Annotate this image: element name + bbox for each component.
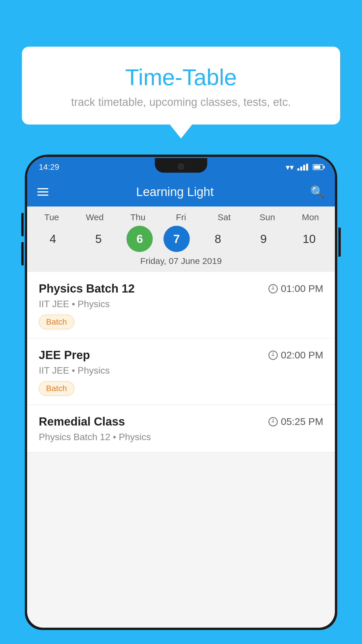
day-5[interactable]: 5 (81, 226, 116, 252)
phone-notch (155, 158, 207, 173)
schedule-item-2-header: JEE Prep 02:00 PM (39, 349, 323, 362)
clock-icon-3 (268, 417, 278, 426)
schedule-item-3[interactable]: Remedial Class 05:25 PM Physics Batch 12… (27, 405, 335, 452)
schedule-item-2-batch-tag[interactable]: Batch (39, 381, 74, 396)
schedule-item-3-header: Remedial Class 05:25 PM (39, 415, 323, 428)
day-name-tue: Tue (34, 212, 69, 222)
schedule-item-2-time: 02:00 PM (268, 349, 323, 361)
power-button[interactable] (338, 228, 341, 257)
app-bar: Learning Light 🔍 (27, 177, 335, 206)
app-title: Learning Light (57, 185, 293, 199)
schedule-item-3-time: 05:25 PM (268, 416, 323, 427)
signal-icon (297, 164, 308, 171)
schedule-item-1-batch-tag[interactable]: Batch (39, 315, 74, 329)
schedule-item-3-subtitle: Physics Batch 12 • Physics (39, 432, 323, 442)
schedule-item-1-subtitle: IIT JEE • Physics (39, 299, 323, 309)
schedule-item-3-time-text: 05:25 PM (281, 416, 323, 427)
clock-icon-2 (268, 351, 278, 360)
day-names-row: Tue Wed Thu Fri Sat Sun Mon (30, 212, 332, 222)
day-7-selected[interactable]: 7 (164, 226, 190, 252)
day-4[interactable]: 4 (35, 226, 70, 252)
hamburger-menu-icon[interactable] (37, 188, 48, 196)
status-icons: ▾▾ (286, 162, 323, 172)
selected-date-label: Friday, 07 June 2019 (30, 252, 332, 269)
speech-bubble-container: Time-Table track timetable, upcoming cla… (22, 47, 340, 125)
wifi-icon: ▾▾ (286, 162, 294, 172)
calendar-header: Tue Wed Thu Fri Sat Sun Mon 4 5 6 7 8 9 … (27, 206, 335, 272)
schedule-item-1-time-text: 01:00 PM (281, 283, 323, 294)
schedule-item-3-title: Remedial Class (39, 415, 125, 428)
day-8[interactable]: 8 (201, 226, 236, 252)
schedule-item-2-title: JEE Prep (39, 349, 90, 362)
phone-screen: 14:29 ▾▾ (27, 157, 335, 628)
volume-up-button[interactable] (21, 213, 24, 236)
schedule-item-1-time: 01:00 PM (268, 283, 323, 294)
schedule-item-2[interactable]: JEE Prep 02:00 PM IIT JEE • Physics Batc… (27, 338, 335, 405)
status-time: 14:29 (39, 162, 59, 172)
day-name-fri: Fri (164, 212, 198, 222)
day-10[interactable]: 10 (292, 226, 327, 252)
schedule-list: Physics Batch 12 01:00 PM IIT JEE • Phys… (27, 272, 335, 452)
schedule-item-2-time-text: 02:00 PM (281, 349, 323, 361)
battery-icon (313, 164, 323, 170)
schedule-item-1[interactable]: Physics Batch 12 01:00 PM IIT JEE • Phys… (27, 272, 335, 338)
phone-frame: 14:29 ▾▾ (25, 155, 337, 644)
phone-outer: 14:29 ▾▾ (25, 155, 337, 630)
day-numbers-row: 4 5 6 7 8 9 10 (30, 226, 332, 252)
schedule-item-2-subtitle: IIT JEE • Physics (39, 365, 323, 376)
day-9[interactable]: 9 (246, 226, 281, 252)
front-camera (178, 163, 184, 170)
clock-icon-1 (268, 284, 278, 293)
day-name-sat: Sat (207, 212, 242, 222)
day-name-mon: Mon (293, 212, 328, 222)
day-6-today[interactable]: 6 (126, 226, 153, 252)
search-icon[interactable]: 🔍 (310, 185, 325, 199)
bubble-title: Time-Table (39, 64, 323, 91)
day-name-thu: Thu (120, 212, 155, 222)
day-name-sun: Sun (250, 212, 285, 222)
schedule-item-1-header: Physics Batch 12 01:00 PM (39, 282, 323, 295)
volume-down-button[interactable] (21, 242, 24, 265)
schedule-item-1-title: Physics Batch 12 (39, 282, 135, 295)
bubble-subtitle: track timetable, upcoming classes, tests… (39, 96, 323, 108)
speech-bubble: Time-Table track timetable, upcoming cla… (22, 47, 340, 125)
day-name-wed: Wed (77, 212, 112, 222)
